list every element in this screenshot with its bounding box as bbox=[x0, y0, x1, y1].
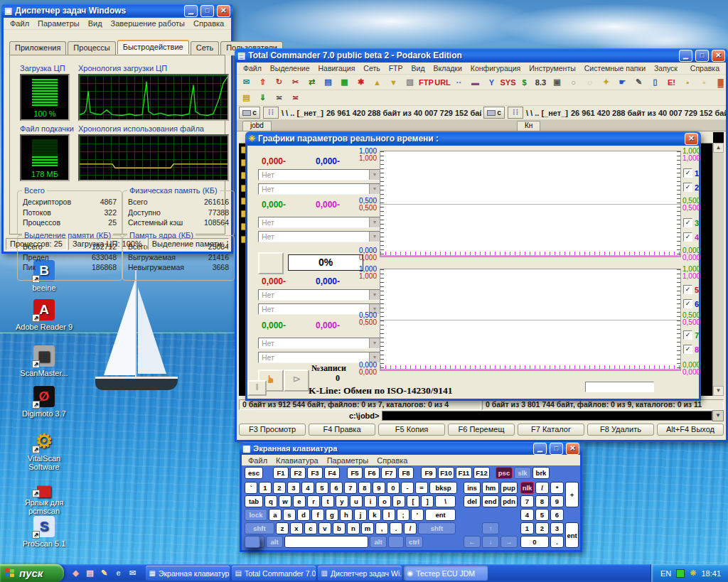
key[interactable]: F7 bbox=[381, 467, 397, 479]
key-arrow-left[interactable]: ← bbox=[464, 536, 481, 548]
key[interactable]: esc bbox=[245, 467, 263, 479]
close-button[interactable] bbox=[217, 5, 230, 17]
key[interactable]: , bbox=[375, 522, 388, 534]
desktop-icon[interactable]: ▄ Ярлык для pcmscan bbox=[11, 475, 77, 515]
menu-item[interactable]: Вид bbox=[84, 18, 107, 28]
key[interactable]: f bbox=[311, 509, 324, 521]
channel-checkbox[interactable] bbox=[683, 218, 692, 227]
tray-led-icon[interactable] bbox=[676, 569, 685, 578]
task-manager-titlebar[interactable]: ▣ Диспетчер задач Windows bbox=[1, 4, 233, 18]
tc-toolbar-icon[interactable]: 8.3 bbox=[533, 76, 548, 88]
network-icon[interactable]: ᎒᎒ bbox=[263, 107, 279, 119]
tc-toolbar-icon[interactable]: ▬ bbox=[468, 76, 483, 88]
key[interactable]: v bbox=[318, 522, 331, 534]
key[interactable]: ` bbox=[245, 482, 257, 494]
key[interactable] bbox=[388, 536, 404, 548]
tc-toolbar-icon[interactable]: ▤ bbox=[321, 76, 336, 88]
key[interactable]: q bbox=[264, 495, 277, 507]
key[interactable]: e bbox=[293, 495, 306, 507]
key[interactable]: 4 bbox=[520, 509, 534, 521]
menu-item[interactable]: Системные папки bbox=[580, 63, 650, 73]
key[interactable]: i bbox=[364, 495, 377, 507]
tc-toolbar-icon[interactable]: $ bbox=[517, 76, 532, 88]
key[interactable]: nlk bbox=[520, 482, 534, 494]
function-button[interactable]: F7 Каталог bbox=[518, 424, 584, 436]
tc-toolbar-icon[interactable]: ▲ bbox=[370, 76, 385, 88]
folder-tab-left[interactable]: jobd bbox=[242, 121, 272, 131]
menu-item[interactable]: FTP bbox=[385, 63, 407, 73]
key[interactable]: ent bbox=[425, 509, 456, 521]
clear-button[interactable]: ⊳ bbox=[284, 370, 309, 392]
parameter-select-7[interactable]: Нет bbox=[258, 338, 380, 349]
key[interactable]: hm bbox=[482, 482, 499, 494]
desktop-icon[interactable]: ▦ ScanMaster... bbox=[11, 345, 77, 377]
key[interactable]: s bbox=[283, 509, 296, 521]
key[interactable]: ins bbox=[464, 482, 481, 494]
tc-toolbar-icon[interactable]: ⇄ bbox=[304, 76, 319, 88]
key-numpad-plus[interactable]: + bbox=[565, 482, 579, 507]
key[interactable]: 9 bbox=[550, 495, 564, 507]
quick-launch-icon[interactable]: ✉ bbox=[127, 568, 138, 578]
menu-item[interactable]: Файл bbox=[239, 63, 266, 73]
tab[interactable]: Сеть bbox=[191, 41, 219, 55]
tc-toolbar-icon[interactable]: ✎ bbox=[631, 76, 646, 88]
function-button[interactable]: F8 Удалить bbox=[587, 424, 654, 436]
key[interactable]: [ bbox=[407, 495, 419, 507]
key[interactable]: F8 bbox=[398, 467, 414, 479]
menu-item[interactable]: Инструменты bbox=[525, 63, 579, 73]
tc-toolbar-icon[interactable]: ≍ bbox=[288, 92, 303, 104]
key[interactable]: ' bbox=[411, 509, 424, 521]
quick-launch-icon[interactable]: e bbox=[113, 568, 124, 578]
tc-toolbar-icon[interactable]: ↻ bbox=[272, 76, 287, 88]
close-button[interactable] bbox=[685, 133, 698, 145]
tc-toolbar-icon[interactable]: ▣ bbox=[550, 76, 564, 88]
key[interactable]: . bbox=[550, 536, 564, 548]
minimize-button[interactable] bbox=[533, 443, 547, 455]
menu-item[interactable]: Вид bbox=[407, 63, 429, 73]
graphs-titlebar[interactable]: ✳ Графики параметров реального времени : bbox=[245, 131, 701, 146]
channel-checkbox[interactable] bbox=[683, 299, 692, 308]
key[interactable]: 3 bbox=[550, 522, 564, 534]
tc-toolbar-icon[interactable]: URL bbox=[435, 76, 450, 88]
path-prefix[interactable]: \ \ .. [_нет_] bbox=[526, 109, 568, 117]
taskbar-task-button[interactable]: ◉ Тестер ECU JDM bbox=[404, 566, 488, 581]
channel-checkbox[interactable] bbox=[683, 330, 692, 340]
menu-item[interactable]: Файл bbox=[6, 18, 33, 28]
key[interactable]: 2 bbox=[535, 522, 549, 534]
key[interactable]: tab bbox=[245, 495, 263, 507]
tc-toolbar-icon[interactable]: SYS bbox=[500, 76, 515, 88]
close-button[interactable] bbox=[566, 443, 579, 455]
tc-toolbar-icon[interactable]: FTP bbox=[419, 76, 434, 88]
key-arrow-right[interactable]: → bbox=[500, 536, 518, 548]
key[interactable]: l bbox=[382, 509, 395, 521]
key[interactable]: h bbox=[340, 509, 353, 521]
key[interactable]: o bbox=[378, 495, 391, 507]
tc-toolbar-icon[interactable]: ▦ bbox=[337, 76, 352, 88]
key[interactable]: lock bbox=[245, 509, 267, 521]
key[interactable]: t bbox=[321, 495, 334, 507]
tc-toolbar-icon[interactable]: ▧ bbox=[402, 76, 417, 88]
menu-item[interactable]: Конфигурация bbox=[466, 63, 525, 73]
desktop-icon[interactable]: S ProScan 5.1 bbox=[11, 516, 77, 548]
key[interactable]: F10 bbox=[438, 467, 454, 479]
channel-checkbox[interactable] bbox=[683, 285, 692, 294]
channel-checkbox[interactable] bbox=[683, 345, 692, 354]
key[interactable]: / bbox=[535, 482, 549, 494]
function-button[interactable]: F3 Просмотр bbox=[239, 424, 306, 436]
tab[interactable]: Приложения bbox=[9, 41, 66, 55]
key[interactable]: x bbox=[290, 522, 303, 534]
menu-item[interactable]: Завершение работы bbox=[107, 18, 189, 28]
menu-item[interactable]: Навигация bbox=[314, 63, 359, 73]
key[interactable]: u bbox=[350, 495, 363, 507]
key[interactable]: pup bbox=[500, 482, 518, 494]
key[interactable]: k bbox=[368, 509, 381, 521]
menu-item[interactable]: Сеть bbox=[359, 63, 384, 73]
key[interactable]: a bbox=[269, 509, 282, 521]
tc-toolbar-icon[interactable]: ▼ bbox=[386, 76, 401, 88]
tc-toolbar-icon[interactable]: ▫ bbox=[697, 76, 712, 88]
tc-toolbar-icon[interactable]: ⇧ bbox=[255, 76, 270, 88]
key-numpad-enter[interactable]: ent bbox=[565, 522, 579, 548]
network-icon[interactable]: ᎒᎒ bbox=[508, 107, 523, 119]
minimize-button[interactable] bbox=[679, 50, 692, 62]
desktop-icon[interactable]: ⚙ VitalScan Software bbox=[11, 431, 77, 471]
